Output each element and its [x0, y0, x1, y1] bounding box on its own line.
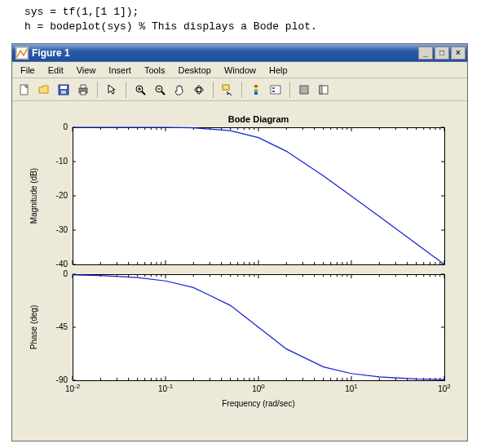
svg-rect-3 — [60, 86, 67, 89]
data-cursor-icon[interactable] — [218, 81, 236, 99]
menu-window[interactable]: Window — [218, 64, 263, 77]
svg-rect-22 — [271, 86, 280, 94]
code-line-2: h = bodeplot(sys) % This displays a Bode… — [24, 20, 317, 33]
svg-rect-27 — [320, 86, 322, 94]
save-icon[interactable] — [55, 81, 73, 99]
separator-icon — [213, 82, 214, 98]
pan-icon[interactable] — [170, 81, 188, 99]
new-file-icon[interactable] — [15, 81, 33, 99]
menubar: File Edit View Insert Tools Desktop Wind… — [12, 62, 467, 78]
svg-text:Magnitude (dB): Magnitude (dB) — [29, 168, 38, 224]
svg-rect-17 — [223, 85, 229, 90]
app-icon — [15, 47, 29, 60]
menu-insert[interactable]: Insert — [102, 64, 138, 77]
separator-icon — [289, 82, 290, 98]
svg-text:102: 102 — [438, 383, 451, 394]
svg-rect-7 — [81, 91, 86, 95]
close-button[interactable]: × — [451, 47, 466, 60]
legend-icon[interactable] — [267, 81, 285, 99]
minimize-button[interactable]: _ — [418, 47, 433, 60]
svg-rect-20 — [254, 90, 258, 92]
svg-rect-19 — [254, 87, 258, 90]
figure-window: Figure 1 _ □ × File Edit View Insert Too… — [11, 43, 468, 441]
hide-tools-icon[interactable] — [295, 81, 313, 99]
toolbar — [12, 78, 467, 101]
svg-line-13 — [161, 91, 165, 95]
svg-text:-40: -40 — [56, 259, 68, 268]
separator-icon — [126, 82, 126, 98]
open-folder-icon[interactable] — [35, 81, 53, 99]
zoom-in-icon[interactable] — [131, 81, 149, 99]
menu-file[interactable]: File — [14, 64, 42, 77]
svg-rect-6 — [81, 85, 86, 88]
svg-rect-18 — [254, 85, 258, 87]
svg-rect-4 — [61, 91, 66, 94]
pointer-icon[interactable] — [103, 81, 121, 99]
code-block: sys = tf(1,[1 1]); h = bodeplot(sys) % T… — [0, 0, 481, 43]
svg-text:Phase (deg): Phase (deg) — [29, 305, 38, 349]
svg-text:10-1: 10-1 — [158, 383, 174, 394]
menu-tools[interactable]: Tools — [138, 64, 172, 77]
svg-rect-29 — [73, 127, 444, 264]
svg-line-9 — [142, 91, 145, 95]
zoom-out-icon[interactable] — [151, 81, 169, 99]
svg-text:0: 0 — [63, 122, 68, 131]
menu-view[interactable]: View — [70, 64, 103, 77]
rotate-icon[interactable] — [190, 81, 208, 99]
window-title: Figure 1 — [32, 47, 417, 59]
separator-icon — [241, 82, 242, 98]
svg-rect-21 — [254, 92, 258, 95]
svg-text:100: 100 — [252, 383, 265, 394]
svg-point-16 — [197, 86, 201, 94]
svg-point-15 — [195, 87, 203, 91]
show-tools-icon[interactable] — [315, 81, 333, 99]
maximize-button[interactable]: □ — [435, 47, 449, 60]
svg-text:-90: -90 — [56, 375, 68, 384]
colorbar-icon[interactable] — [247, 81, 265, 99]
svg-text:101: 101 — [345, 383, 358, 394]
menu-edit[interactable]: Edit — [42, 64, 70, 77]
menu-desktop[interactable]: Desktop — [172, 64, 218, 77]
print-icon[interactable] — [74, 81, 92, 99]
svg-text:-45: -45 — [56, 322, 68, 331]
svg-text:0: 0 — [63, 269, 68, 278]
svg-text:10-2: 10-2 — [65, 383, 81, 394]
separator-icon — [97, 82, 98, 98]
svg-text:-20: -20 — [56, 191, 68, 200]
code-line-1: sys = tf(1,[1 1]); — [24, 6, 139, 18]
menu-help[interactable]: Help — [263, 64, 294, 77]
svg-text:-30: -30 — [56, 225, 68, 234]
svg-text:Bode Diagram: Bode Diagram — [228, 114, 289, 124]
bode-diagram: Bode Diagram-40-30-20-100Magnitude (dB)-… — [20, 113, 461, 432]
svg-text:-10: -10 — [56, 157, 68, 166]
titlebar[interactable]: Figure 1 _ □ × — [12, 44, 467, 62]
svg-rect-25 — [300, 86, 308, 94]
plot-area: Bode Diagram-40-30-20-100Magnitude (dB)-… — [12, 101, 467, 441]
svg-text:Frequency  (rad/sec): Frequency (rad/sec) — [222, 399, 294, 408]
